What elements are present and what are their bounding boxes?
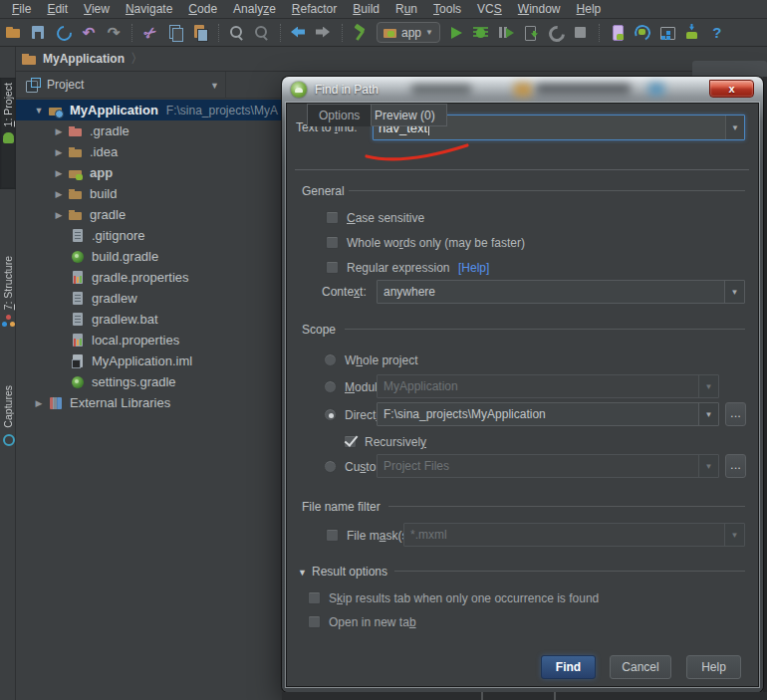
custom-radio[interactable] xyxy=(324,460,337,473)
help-icon[interactable]: ? xyxy=(708,24,726,42)
context-select[interactable]: anywhere ▼ xyxy=(377,280,745,304)
tree-item[interactable]: local.properties xyxy=(16,330,284,350)
recursively-checkbox[interactable] xyxy=(344,435,357,448)
directory-radio[interactable] xyxy=(324,408,337,421)
save-all-icon[interactable] xyxy=(30,24,48,42)
refresh-icon[interactable] xyxy=(55,24,73,42)
help-button[interactable]: Help xyxy=(686,655,741,679)
instant-run-icon[interactable] xyxy=(683,24,701,42)
run-with-coverage-icon[interactable] xyxy=(497,24,515,42)
project-root-icon xyxy=(48,103,64,118)
menu-refactor[interactable]: Refactor xyxy=(284,0,345,18)
cancel-button[interactable]: Cancel xyxy=(610,655,671,679)
tool-window-stripe: 1: Project 7: Structure Captures xyxy=(0,47,16,700)
regex-help-link[interactable]: [Help] xyxy=(458,261,489,276)
sdk-manager-icon[interactable] xyxy=(658,24,676,42)
menu-build[interactable]: Build xyxy=(345,0,387,18)
back-icon[interactable] xyxy=(290,24,308,42)
tab-preview[interactable]: Preview (0) xyxy=(363,104,447,126)
editor-background-sliver xyxy=(763,77,767,700)
open-new-tab-checkbox[interactable] xyxy=(308,615,321,628)
rerun-icon[interactable] xyxy=(547,24,565,42)
tree-item[interactable]: gradle.properties xyxy=(16,267,284,288)
debug-icon[interactable] xyxy=(472,24,490,42)
tree-item-root[interactable]: MyApplication F:\sina_projects\MyA xyxy=(16,100,284,120)
menu-run[interactable]: Run xyxy=(387,0,425,18)
chevron-collapsed-icon[interactable] xyxy=(50,210,68,220)
paste-icon[interactable] xyxy=(191,24,209,42)
redo-icon[interactable]: ↷ xyxy=(105,24,123,42)
tree-item[interactable]: .gradle xyxy=(16,120,284,141)
avd-manager-icon[interactable] xyxy=(609,24,627,42)
find-button[interactable]: Find xyxy=(541,655,596,679)
chevron-collapsed-icon[interactable] xyxy=(30,398,48,408)
tree-item[interactable]: MyApplication.iml xyxy=(16,350,284,371)
menu-code[interactable]: Code xyxy=(180,0,225,18)
attach-debugger-icon[interactable] xyxy=(522,24,540,42)
tree-item[interactable]: gradle xyxy=(16,204,284,225)
tree-item[interactable]: .gitignore xyxy=(16,225,284,246)
case-sensitive-checkbox[interactable] xyxy=(326,211,339,224)
menu-edit[interactable]: Edit xyxy=(39,0,76,18)
menu-help[interactable]: Help xyxy=(569,0,610,18)
chevron-down-icon[interactable]: ▼ xyxy=(210,81,219,91)
tree-item-external-libraries[interactable]: External Libraries xyxy=(16,392,284,413)
browse-directory-button[interactable]: ... xyxy=(725,402,746,426)
chevron-expanded-icon[interactable] xyxy=(30,106,48,116)
browse-custom-scope-button[interactable]: ... xyxy=(725,454,746,478)
tree-item[interactable]: gradlew.bat xyxy=(16,309,284,330)
chevron-collapsed-icon[interactable] xyxy=(50,126,68,136)
make-project-icon[interactable] xyxy=(352,24,370,42)
undo-icon[interactable]: ↶ xyxy=(80,24,98,42)
chevron-down-icon[interactable]: ▼ xyxy=(698,403,718,425)
chevron-collapsed-icon[interactable] xyxy=(50,147,68,157)
tool-button-structure[interactable]: 7: Structure xyxy=(0,251,16,362)
open-file-icon[interactable] xyxy=(5,24,23,42)
tree-item[interactable]: build.gradle xyxy=(16,246,284,267)
file-mask-checkbox[interactable] xyxy=(326,529,339,542)
run-icon[interactable] xyxy=(447,24,465,42)
whole-words-checkbox[interactable] xyxy=(326,236,339,249)
menu-navigate[interactable]: Navigate xyxy=(118,0,180,18)
tool-button-captures[interactable]: Captures xyxy=(0,380,16,475)
toolbar-separator xyxy=(131,24,132,42)
directory-select[interactable]: F:\sina_projects\MyApplication ▼ xyxy=(377,402,719,426)
menu-window[interactable]: Window xyxy=(510,0,569,18)
tool-button-project[interactable]: 1: Project xyxy=(0,78,16,189)
tree-item[interactable]: gradlew xyxy=(16,288,284,309)
close-button[interactable]: x xyxy=(709,80,754,98)
cut-icon[interactable]: ✂ xyxy=(137,20,162,45)
regex-checkbox[interactable] xyxy=(326,261,339,274)
chevron-down-icon[interactable]: ▼ xyxy=(725,116,744,139)
forward-icon[interactable] xyxy=(315,24,333,42)
gradle-sync-icon[interactable] xyxy=(634,24,651,42)
tree-item-app[interactable]: app xyxy=(16,162,284,183)
tree-item[interactable]: settings.gradle xyxy=(16,371,284,392)
tree-item[interactable]: .idea xyxy=(16,141,284,162)
general-group-label: General xyxy=(302,184,345,198)
chevron-collapsed-icon[interactable] xyxy=(50,189,68,199)
chevron-collapsed-icon[interactable] xyxy=(50,168,68,178)
whole-project-radio[interactable] xyxy=(324,353,337,366)
tree-item[interactable]: build xyxy=(16,183,284,204)
menu-tools[interactable]: Tools xyxy=(425,0,469,18)
menu-view[interactable]: View xyxy=(76,0,118,18)
breadcrumb[interactable]: MyApplication xyxy=(43,52,125,66)
chevron-down-icon[interactable]: ▼ xyxy=(724,281,744,303)
stop-icon[interactable] xyxy=(572,24,590,42)
collapse-triangle-icon[interactable]: ▼ xyxy=(298,568,307,578)
run-configuration-select[interactable]: app ▼ xyxy=(377,22,440,43)
find-icon[interactable] xyxy=(228,24,246,42)
module-radio[interactable] xyxy=(324,380,337,393)
project-view-header[interactable]: Project ▼ xyxy=(16,72,284,99)
replace-icon[interactable] xyxy=(253,24,271,42)
tab-options[interactable]: Options xyxy=(307,104,372,126)
menu-file[interactable]: File xyxy=(4,0,39,18)
menu-analyze[interactable]: Analyze xyxy=(225,0,284,18)
copy-icon[interactable] xyxy=(166,24,184,42)
dialog-title-bar[interactable]: Find in Path x xyxy=(282,77,763,103)
skip-results-checkbox[interactable] xyxy=(308,591,321,604)
menu-vcs[interactable]: VCS xyxy=(469,0,510,18)
dialog-content: Text to find: nav_text ▼ Options Preview… xyxy=(286,103,759,687)
chevron-down-icon: ▼ xyxy=(698,375,718,397)
